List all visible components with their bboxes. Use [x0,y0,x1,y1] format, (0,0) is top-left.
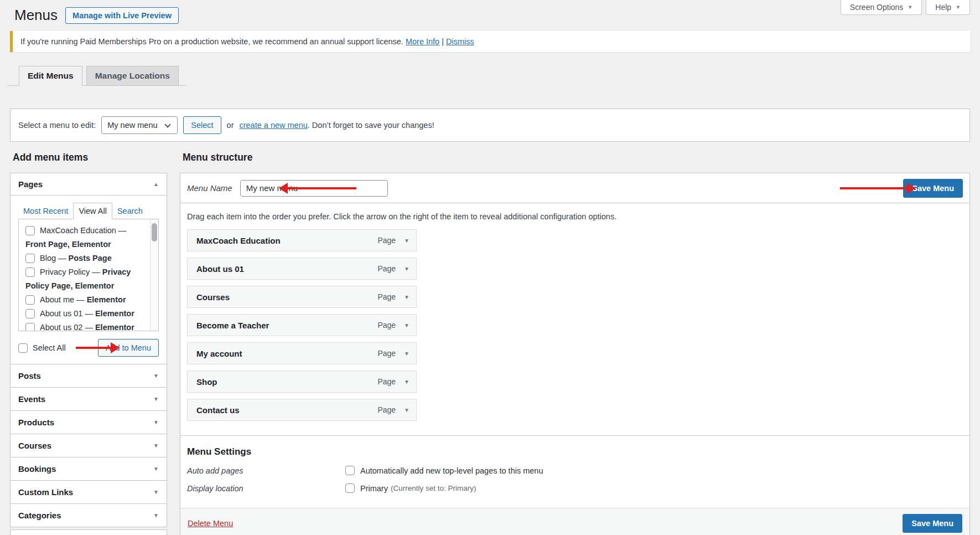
annotation-arrow-save-menu [840,187,908,189]
page-checkbox-item[interactable]: About us 02 — Elementor [25,321,145,331]
panel-categories[interactable]: Categories▼ [10,503,167,527]
page-item-bold-label: Posts Page [69,254,112,263]
screen-options-button[interactable]: Screen Options ▼ [841,0,922,15]
tab-most-recent[interactable]: Most Recent [18,203,73,219]
or-text: or [227,121,234,130]
help-label: Help [935,3,951,12]
scrollbar-track[interactable] [150,219,158,331]
auto-add-pages-label: Auto add pages [187,466,345,475]
display-location-label: Display location [187,483,345,493]
page-item-checkbox[interactable] [25,295,35,305]
chevron-down-icon[interactable]: ▼ [404,266,409,272]
page-checkbox-item[interactable]: Privacy Policy — Privacy Policy Page, El… [25,265,145,293]
panel-events[interactable]: Events▼ [10,387,167,411]
save-menu-button-bottom[interactable]: Save Menu [903,514,962,533]
admin-notice: If you're running Paid Memberships Pro o… [10,31,970,52]
primary-location-checkbox[interactable] [345,483,355,493]
pages-panel-title: Pages [18,179,43,189]
annotation-arrow-menu-name [287,187,356,189]
menu-item-bar[interactable]: About us 01Page▼ [187,258,417,280]
panel-bookings[interactable]: Bookings▼ [10,457,167,481]
pages-panel-header[interactable]: Pages ▲ [11,173,167,196]
page-item-bold-label: Elementor [95,323,134,331]
chevron-down-icon[interactable]: ▼ [404,351,409,357]
menu-item-title: Contact us [188,405,240,415]
chevron-down-icon[interactable]: ▼ [404,322,409,328]
auto-add-pages-checkbox[interactable] [345,466,355,475]
tab-view-all[interactable]: View All [73,203,112,219]
menu-item-meta: Page▼ [377,264,416,273]
menu-item-bar[interactable]: MaxCoach EducationPage▼ [187,229,417,251]
create-new-menu-link[interactable]: create a new menu [239,121,307,130]
chevron-up-icon[interactable]: ▲ [153,181,159,187]
panel-courses[interactable]: Courses▼ [10,434,167,457]
chevron-down-icon[interactable]: ▼ [153,443,159,449]
menu-name-label: Menu Name [187,183,232,193]
chevron-down-icon[interactable]: ▼ [404,238,409,244]
menu-select-bar: Select a menu to edit: My new menu Selec… [10,109,970,142]
select-button[interactable]: Select [183,116,221,134]
select-all-checkbox[interactable] [18,343,28,353]
panel-posts[interactable]: Posts▼ [10,364,167,388]
chevron-down-icon: ▼ [956,4,961,10]
menu-item-type: Page [377,292,396,301]
more-info-link[interactable]: More Info [406,37,439,46]
tab-edit-menus[interactable]: Edit Menus [19,66,82,86]
chevron-down-icon[interactable]: ▼ [153,466,159,472]
menu-item-meta: Page▼ [377,349,416,358]
page-item-label: Privacy Policy — [40,268,102,276]
chevron-down-icon[interactable]: ▼ [404,407,409,413]
menu-item-title: Courses [188,292,230,302]
chevron-down-icon[interactable]: ▼ [153,419,159,425]
panel-products[interactable]: Products▼ [10,410,167,434]
page-item-bold-label: Elementor [95,309,134,318]
page-item-checkbox[interactable] [25,323,35,331]
page-item-checkbox[interactable] [25,254,35,263]
pages-button-controls: Select All Add to Menu [18,339,159,357]
page-checkbox-item[interactable]: About me — Elementor [25,293,145,307]
page-item-checkbox[interactable] [25,268,35,277]
menu-item-bar[interactable]: ShopPage▼ [187,371,417,393]
dismiss-link[interactable]: Dismiss [446,37,474,46]
menu-item-type: Page [377,349,396,358]
chevron-down-icon[interactable]: ▼ [404,379,409,385]
menu-item-title: Become a Teacher [188,321,269,330]
manage-live-preview-button[interactable]: Manage with Live Preview [65,7,179,24]
menu-structure-body: Drag each item into the order you prefer… [180,212,969,421]
chevron-down-icon[interactable]: ▼ [153,489,159,495]
scrollbar-thumb[interactable] [152,223,157,241]
tab-manage-locations[interactable]: Manage Locations [86,66,179,86]
panel-title: Bookings [18,464,56,474]
panel-title: Events [18,394,45,404]
auto-add-pages-field[interactable]: Automatically add new top-level pages to… [345,466,543,475]
page-item-checkbox[interactable] [25,226,35,235]
page-checkbox-item[interactable]: About us 01 — Elementor [25,307,145,321]
page-checkbox-item[interactable]: Blog — Posts Page [25,251,145,265]
chevron-down-icon: ▼ [908,4,912,10]
chevron-down-icon[interactable]: ▼ [153,512,159,518]
chevron-down-icon [165,121,171,127]
menu-items-list: MaxCoach EducationPage▼About us 01Page▼C… [187,229,963,421]
menu-item-meta: Page▼ [377,292,416,301]
page-item-checkbox[interactable] [25,309,35,318]
add-menu-items-heading: Add menu items [13,152,167,163]
delete-menu-link[interactable]: Delete Menu [188,519,233,528]
help-button[interactable]: Help ▼ [926,0,970,15]
menu-item-type: Page [377,377,396,386]
panel-custom-links[interactable]: Custom Links▼ [10,480,167,504]
tab-search[interactable]: Search [112,203,148,219]
menu-edit-box: Menu Name Save Menu Drag each item into … [180,173,970,535]
select-all[interactable]: Select All [18,343,66,353]
chevron-down-icon[interactable]: ▼ [404,294,409,300]
chevron-down-icon[interactable]: ▼ [153,396,159,402]
pages-panel: Pages ▲ Most Recent View All Search MaxC… [10,173,167,364]
menu-item-bar[interactable]: CoursesPage▼ [187,286,417,308]
menu-item-bar[interactable]: Contact usPage▼ [187,399,417,421]
pages-panel-body: Most Recent View All Search MaxCoach Edu… [11,196,167,364]
chevron-down-icon[interactable]: ▼ [153,373,159,379]
menu-select-dropdown[interactable]: My new menu [101,116,178,134]
page-checkbox-item[interactable]: MaxCoach Education — Front Page, Element… [25,224,145,251]
menu-item-bar[interactable]: My accountPage▼ [187,342,417,364]
display-location-field[interactable]: Primary (Currently set to: Primary) [345,483,476,493]
menu-item-bar[interactable]: Become a TeacherPage▼ [187,314,417,336]
